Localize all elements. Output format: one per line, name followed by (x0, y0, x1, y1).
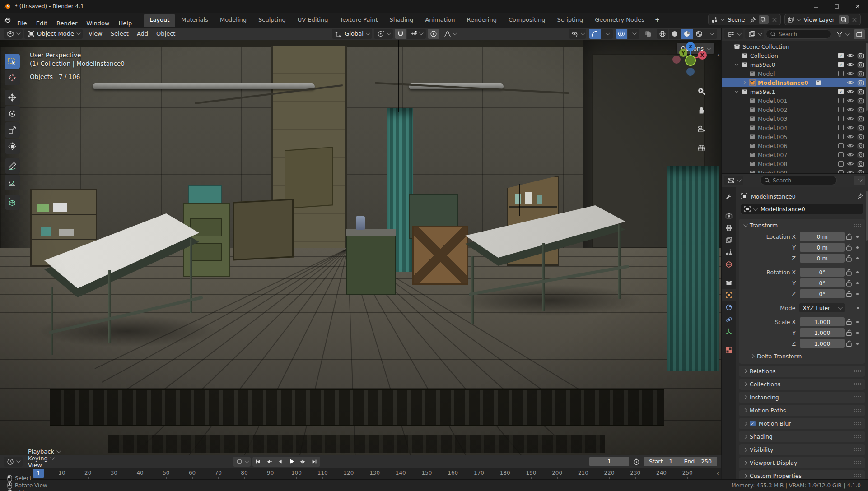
workspace-tab-geometry-nodes[interactable]: Geometry Nodes (589, 14, 650, 27)
outliner-item-label[interactable]: Model.007 (758, 152, 787, 158)
workspace-tab-materials[interactable]: Materials (175, 14, 214, 27)
outliner-item-label[interactable]: Model.009 (758, 170, 787, 173)
tool-move[interactable] (5, 90, 20, 105)
properties-tab-world[interactable] (722, 258, 736, 270)
hide-eye-icon[interactable] (847, 160, 854, 167)
lock-icon[interactable] (845, 243, 854, 252)
outliner-row-model-008[interactable]: Model.008 (722, 159, 868, 168)
outliner-item-label[interactable]: Model.003 (758, 116, 787, 122)
expander-right-icon[interactable] (741, 81, 747, 84)
tool-annotate[interactable] (5, 158, 20, 174)
exclude-checkbox[interactable] (838, 134, 844, 139)
end-frame-field[interactable]: End250 (678, 458, 717, 465)
drag-handle[interactable] (854, 448, 861, 452)
object-name-field[interactable]: ModelInstance0 (741, 204, 863, 214)
properties-tab-tool[interactable] (722, 191, 736, 203)
falloff-selector[interactable] (440, 29, 460, 39)
view-layer-name[interactable]: View Layer (802, 16, 837, 23)
properties-tab-object[interactable] (722, 289, 736, 301)
disable-render-camera-icon[interactable] (857, 115, 864, 122)
drag-handle[interactable] (854, 435, 861, 439)
exclude-checkbox[interactable] (838, 152, 844, 157)
sidebar-collapse-arrow[interactable]: ‹ (717, 51, 720, 59)
value-field[interactable]: 0° (800, 289, 845, 298)
animate-dot[interactable] (854, 293, 862, 295)
workspace-tab-scripting[interactable]: Scripting (551, 14, 589, 27)
drag-handle[interactable] (854, 408, 861, 412)
exclude-checkbox[interactable] (838, 143, 844, 148)
workspace-tab-shading[interactable]: Shading (384, 14, 420, 27)
properties-search-input[interactable]: Search (760, 176, 837, 185)
panel-motion-paths[interactable]: Motion Paths (739, 405, 865, 416)
outliner-row-collection[interactable]: Collection✓ (722, 51, 868, 60)
drag-handle[interactable] (854, 369, 861, 373)
orientation-selector[interactable]: Global (332, 29, 372, 39)
hide-eye-icon[interactable] (847, 106, 854, 113)
shading-material-button[interactable] (681, 29, 693, 39)
next-keyframe-button[interactable] (298, 457, 309, 467)
hide-eye-icon[interactable] (847, 79, 854, 86)
unlink-scene-icon[interactable] (771, 16, 778, 23)
disable-render-camera-icon[interactable] (857, 52, 864, 59)
xray-toggle[interactable] (642, 29, 654, 39)
snap-target-selector[interactable] (407, 29, 426, 39)
properties-tab-physics[interactable] (722, 313, 736, 325)
navigation-gizmo[interactable]: Z X Y (671, 40, 710, 80)
properties-tab-view-layer[interactable] (722, 234, 736, 246)
hide-eye-icon[interactable] (847, 142, 854, 149)
blender-menu-icon[interactable] (4, 16, 11, 23)
tool-rotate[interactable] (5, 106, 20, 121)
view-layer-selector[interactable]: View Layer (784, 14, 861, 25)
viewport-3d[interactable]: Object Mode ViewSelectAddObject Global (0, 28, 721, 455)
properties-editor-type[interactable] (724, 176, 743, 185)
disable-render-camera-icon[interactable] (857, 142, 864, 149)
snap-toggle[interactable] (395, 29, 406, 39)
drag-handle[interactable] (854, 382, 861, 386)
viewport-menu-select[interactable]: Select (107, 30, 133, 37)
drag-handle[interactable] (854, 474, 861, 478)
lock-icon[interactable] (845, 254, 854, 263)
drag-handle[interactable] (854, 223, 861, 227)
drag-handle[interactable] (854, 461, 861, 465)
value-field[interactable]: 1.000 (800, 317, 845, 326)
scene-browse-chevron[interactable] (720, 17, 725, 21)
disable-render-camera-icon[interactable] (857, 97, 864, 104)
transform-panel-header[interactable]: Transform (739, 221, 865, 232)
workspace-tab-rendering[interactable]: Rendering (461, 14, 503, 27)
outliner-item-label[interactable]: Model.008 (758, 161, 787, 167)
pin-icon[interactable] (749, 16, 756, 23)
properties-tab-output[interactable] (722, 222, 736, 234)
lock-icon[interactable] (845, 317, 854, 326)
animate-dot[interactable] (854, 343, 862, 345)
current-frame-field[interactable]: 1 (589, 457, 629, 466)
properties-tab-data[interactable] (722, 325, 736, 338)
lock-icon[interactable] (845, 268, 854, 277)
previous-frame-button[interactable] (275, 457, 286, 467)
exclude-checkbox[interactable] (838, 116, 844, 121)
scene-name[interactable]: Scene (726, 16, 747, 23)
view-layer-chevron[interactable] (796, 17, 801, 21)
outliner-row-model-001[interactable]: Model.001 (722, 96, 868, 105)
pivot-selector[interactable] (374, 29, 393, 39)
editor-type-selector[interactable] (4, 29, 23, 39)
outliner-scrollbar[interactable] (866, 43, 868, 111)
new-view-layer-button[interactable] (839, 15, 849, 24)
animate-dot[interactable] (854, 257, 862, 259)
exclude-checkbox[interactable]: ✓ (838, 62, 844, 67)
start-frame-field[interactable]: Start1 (644, 458, 678, 465)
panel-shading[interactable]: Shading (739, 431, 865, 442)
disable-render-camera-icon[interactable] (857, 151, 864, 158)
viewport-scene[interactable] (0, 40, 721, 455)
lock-icon[interactable] (845, 232, 854, 241)
workspace-tab-sculpting[interactable]: Sculpting (252, 14, 292, 27)
outliner-item-label[interactable]: Model.006 (758, 143, 787, 149)
hide-eye-icon[interactable] (847, 115, 854, 122)
animate-dot[interactable] (854, 321, 862, 323)
tool-add-cube[interactable] (5, 195, 20, 210)
delta-transform-panel[interactable]: Delta Transform (739, 349, 865, 360)
panel-visibility[interactable]: Visibility (739, 444, 865, 455)
timeline-menu-keying[interactable]: Keying (24, 455, 63, 462)
mode-selector[interactable]: Object Mode (24, 29, 83, 39)
timeline-menu-playback[interactable]: Playback (24, 448, 63, 455)
outliner-item-label[interactable]: Model.001 (758, 97, 787, 104)
